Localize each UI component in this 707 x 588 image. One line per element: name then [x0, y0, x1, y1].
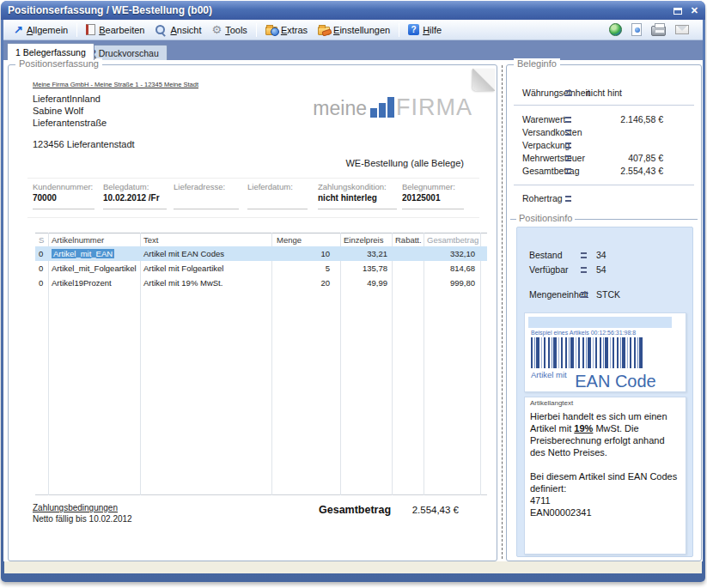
- restore-icon: [673, 8, 682, 15]
- cell-menge: 10: [271, 249, 340, 258]
- col-header-menge[interactable]: Menge: [271, 235, 340, 245]
- cell-artikelnummer: Artikel_mit_Folgeartikel: [48, 264, 140, 273]
- help-icon: ?: [408, 24, 419, 35]
- field-value[interactable]: [247, 193, 308, 206]
- mail-icon[interactable]: [675, 25, 689, 34]
- cell-text: Artikel mit Folgeartikel: [140, 264, 271, 273]
- recipient-line: Lieferantenstraße: [33, 117, 107, 129]
- table-line: [35, 494, 487, 495]
- bar-chart-icon: [370, 97, 394, 118]
- table-row[interactable]: 0 Artikel_mit_EAN Artikel mit EAN Codes …: [35, 246, 487, 261]
- equals-icon: [565, 196, 571, 202]
- separator-line: [514, 105, 694, 106]
- close-window-button[interactable]: ✕: [691, 6, 698, 15]
- field-underline: [103, 209, 167, 209]
- menu-separator: [256, 23, 257, 37]
- separator-line: [514, 185, 694, 185]
- settings-folder-icon: [318, 27, 330, 35]
- col-header-einzelpreis[interactable]: Einzelpreis: [340, 235, 392, 245]
- content-area: Positionserfassung Meine Firma GmbH - Me…: [3, 60, 703, 561]
- equals-icon: [581, 252, 587, 258]
- restore-window-button[interactable]: [673, 3, 682, 18]
- arrow-up-right-icon: ↗: [14, 25, 23, 35]
- positionsinfo-row: Mengeneinheit STCK: [517, 289, 692, 302]
- menu-separator: [76, 23, 77, 37]
- panel-splitter[interactable]: [502, 65, 503, 559]
- printer-icon[interactable]: [651, 26, 666, 36]
- selected-cell[interactable]: Artikel_mit_EAN: [52, 249, 114, 258]
- window-title: Positionserfassung / WE-Bestellung (b00): [8, 4, 212, 16]
- col-header-gesamtbetrag[interactable]: Gesamtbetrag: [424, 235, 480, 245]
- col-header-artikelnummer[interactable]: Artikelnummer: [48, 235, 140, 245]
- table-header: S Artikelnummer Text Menge Einzelpreis R…: [35, 233, 487, 246]
- menu-hilfe[interactable]: ? Hilfe: [403, 22, 447, 37]
- menu-allgemein-label: Allgemein: [27, 25, 68, 35]
- field-value[interactable]: 20125001: [402, 193, 464, 206]
- menu-einstellungen-label: Einstellungen: [333, 25, 390, 35]
- equals-icon: [565, 90, 571, 96]
- menu-separator: [399, 23, 399, 37]
- tab-belegerfassung-label: 1 Belegerfassung: [15, 47, 86, 58]
- beleginfo-label: Rohertrag: [522, 193, 563, 203]
- document-info-icon[interactable]: [631, 23, 642, 36]
- artikellangtext-text[interactable]: Hierbei handelt es sich um einen Artikel…: [530, 410, 681, 518]
- globe-icon[interactable]: [609, 23, 622, 36]
- menu-extras-label: Extras: [281, 25, 308, 35]
- barcode-image: [531, 337, 644, 368]
- langtext-p2: Bei diesem Artikel sind EAN Codes defini…: [530, 470, 681, 494]
- cell-gesamtbetrag: 332,10: [424, 249, 480, 258]
- field-underline: [247, 209, 308, 209]
- col-header-text[interactable]: Text: [140, 235, 271, 245]
- table-row[interactable]: 0 Artikel_mit_Folgeartikel Artikel mit F…: [35, 261, 487, 276]
- col-header-s[interactable]: S: [35, 235, 48, 245]
- magnifier-icon: [155, 24, 167, 36]
- menu-extras[interactable]: Extras: [260, 22, 313, 37]
- field-label: Belegdatum:: [103, 182, 167, 191]
- menu-hilfe-label: Hilfe: [423, 25, 442, 35]
- beleginfo-label: Währungseinheit: [522, 88, 590, 98]
- field-lieferadresse: Lieferadresse:: [174, 182, 239, 209]
- document-type-title: WE-Bestellung (alle Belege): [345, 158, 464, 168]
- cell-s: 0: [35, 264, 48, 273]
- beleginfo-row: Mehrwertsteuer 407,85 €: [507, 153, 701, 166]
- menu-allgemein[interactable]: ↗ Allgemein: [9, 23, 73, 37]
- beleginfo-label: Warenwert: [522, 114, 565, 124]
- col-header-rabatt[interactable]: Rabatt.: [392, 235, 424, 245]
- field-value[interactable]: 10.02.2012 /Fr: [103, 193, 167, 206]
- sender-line: Meine Firma GmbH - Meine Straße 1 - 1234…: [33, 81, 198, 88]
- barcode-panel-header: [528, 317, 672, 328]
- menu-bearbeiten[interactable]: Bearbeiten: [81, 22, 149, 37]
- field-value[interactable]: [174, 193, 239, 206]
- field-label: Zahlungskondition:: [318, 182, 397, 191]
- menu-tools[interactable]: ⚙ Tools: [207, 22, 253, 37]
- field-lieferdatum: Lieferdatum:: [247, 182, 308, 209]
- menu-einstellungen[interactable]: Einstellungen: [313, 22, 395, 37]
- cell-artikelnummer: Artikel_mit_EAN: [48, 249, 140, 258]
- equals-icon: [565, 142, 571, 149]
- field-kundennummer: Kundennummer: 70000: [33, 182, 94, 209]
- field-value[interactable]: 70000: [33, 193, 94, 206]
- total-value: 2.554,43 €: [369, 505, 459, 515]
- menu-bearbeiten-label: Bearbeiten: [99, 25, 144, 35]
- zahlungsbedingungen-link[interactable]: Zahlungsbedingungen: [33, 503, 118, 512]
- positionsinfo-value: 54: [596, 264, 606, 275]
- field-belegnummer: Belegnummer: 20125001: [402, 182, 464, 209]
- page-fold-corner: [472, 69, 495, 91]
- tab-belegerfassung[interactable]: 1 Belegerfassung: [7, 43, 94, 60]
- notebook-icon: [86, 24, 95, 35]
- positionserfassung-group: Positionserfassung Meine Firma GmbH - Me…: [8, 64, 497, 561]
- field-zahlungskondition: Zahlungskondition: nicht hinterleg: [318, 182, 397, 209]
- app-window: Positionserfassung / WE-Bestellung (b00)…: [1, 1, 705, 582]
- field-belegdatum: Belegdatum: 10.02.2012 /Fr: [103, 182, 167, 209]
- cell-gesamtbetrag: 999,80: [424, 278, 480, 288]
- field-label: Belegnummer:: [402, 182, 464, 191]
- status-bar: [4, 561, 702, 573]
- table-row[interactable]: 0 Artikel19Prozent Artikel mit 19% MwSt.…: [35, 276, 487, 290]
- title-bar: Positionserfassung / WE-Bestellung (b00)…: [1, 1, 705, 20]
- langtext-p3: 4711: [530, 494, 681, 506]
- separator-line: [27, 217, 479, 218]
- cell-menge: 5: [271, 264, 340, 273]
- positionsinfo-label: Verfügbar: [529, 264, 569, 275]
- menu-ansicht[interactable]: Ansicht: [149, 22, 206, 38]
- field-value[interactable]: nicht hinterleg: [318, 193, 397, 206]
